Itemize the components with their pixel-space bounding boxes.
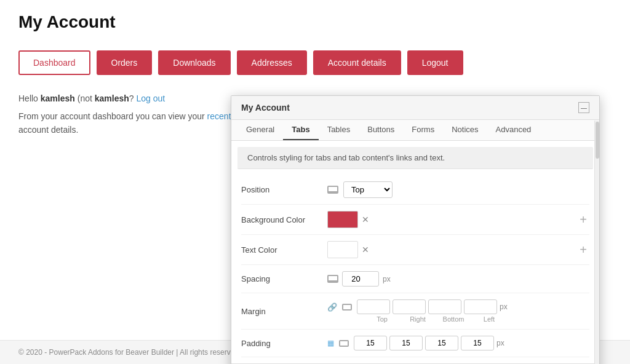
desktop-icon-spacing xyxy=(327,275,338,283)
margin-left-label: Left xyxy=(472,315,506,323)
margin-right-input[interactable] xyxy=(393,299,426,314)
scroll-thumb xyxy=(596,122,599,159)
spacing-unit: px xyxy=(383,275,391,283)
nav-tab-downloads[interactable]: Downloads xyxy=(158,50,230,75)
link-icon: 🔗 xyxy=(327,303,337,312)
padding-left-input[interactable] xyxy=(461,336,494,350)
sub-tab-notices[interactable]: Notices xyxy=(443,120,487,140)
clear-background-color-button[interactable]: ✕ xyxy=(361,213,370,226)
modal-title: My Account xyxy=(241,103,290,113)
margin-inputs-row: 🔗 px xyxy=(327,299,508,314)
modal-scrollbar[interactable] xyxy=(594,121,599,364)
settings-modal: My Account ― General Tabs Tables Buttons… xyxy=(231,95,600,364)
padding-right-input[interactable] xyxy=(389,336,423,350)
padding-control: ▦ px xyxy=(327,336,589,350)
text-color-swatch-wrap: ✕ xyxy=(327,241,370,258)
position-select[interactable]: Top Bottom Left Right xyxy=(343,181,393,198)
sub-tab-tabs[interactable]: Tabs xyxy=(283,120,318,140)
padding-field-row: Padding ▦ px xyxy=(241,330,589,357)
sub-tab-advanced[interactable]: Advanced xyxy=(487,120,540,140)
position-field-row: Position Top Bottom Left Right xyxy=(241,175,589,205)
nav-tab-account-details[interactable]: Account details xyxy=(313,50,401,75)
sub-tab-buttons[interactable]: Buttons xyxy=(359,120,403,140)
page-wrapper: My Account Dashboard Orders Downloads Ad… xyxy=(0,0,630,364)
margin-control: 🔗 px Top Right xyxy=(327,299,589,323)
spacing-input[interactable] xyxy=(342,271,379,287)
background-color-swatch[interactable] xyxy=(327,211,358,228)
padding-inputs-wrap: ▦ px xyxy=(327,336,504,350)
position-control: Top Bottom Left Right xyxy=(327,181,589,198)
text-color-swatch[interactable] xyxy=(327,241,358,258)
margin-inputs-wrap: 🔗 px Top Right xyxy=(327,299,508,323)
margin-left-input[interactable] xyxy=(464,299,497,314)
margin-bottom-input[interactable] xyxy=(428,299,461,314)
page-title: My Account xyxy=(18,12,612,32)
padding-bottom-input[interactable] xyxy=(425,336,458,350)
margin-field-row: Margin 🔗 px xyxy=(241,293,589,330)
padding-link-icon: ▦ xyxy=(327,339,334,347)
nav-tabs-row: Dashboard Orders Downloads Addresses Acc… xyxy=(18,50,612,75)
margin-label: Margin xyxy=(241,307,327,316)
padding-unit: px xyxy=(496,339,504,347)
spacing-label: Spacing xyxy=(241,274,327,283)
nav-tab-logout[interactable]: Logout xyxy=(407,50,463,75)
padding-label: Padding xyxy=(241,339,327,348)
padding-inputs-row: ▦ px xyxy=(327,336,504,350)
margin-top-label: Top xyxy=(365,315,399,323)
sub-tab-forms[interactable]: Forms xyxy=(403,120,443,140)
add-background-color-button[interactable]: + xyxy=(577,213,589,227)
clear-text-color-button[interactable]: ✕ xyxy=(361,243,370,256)
padding-top-input[interactable] xyxy=(354,336,387,350)
background-color-field-row: Background Color ✕ + xyxy=(241,205,589,235)
sub-tabs-row: General Tabs Tables Buttons Forms Notice… xyxy=(231,120,599,141)
panel-content: Controls styling for tabs and tab conten… xyxy=(231,147,599,363)
logout-link[interactable]: Log out xyxy=(136,93,165,103)
background-color-label: Background Color xyxy=(241,215,327,224)
sub-tab-general[interactable]: General xyxy=(237,120,283,140)
not-username-bold: kamlesh xyxy=(95,93,129,103)
nav-tab-orders[interactable]: Orders xyxy=(97,50,153,75)
add-text-color-button[interactable]: + xyxy=(577,243,589,257)
recent-link[interactable]: recent xyxy=(207,111,231,121)
desktop-icon-padding xyxy=(339,340,349,347)
nav-tab-dashboard[interactable]: Dashboard xyxy=(18,50,90,75)
footer-text: © 2020 - PowerPack Addons for Beaver Bui… xyxy=(18,348,239,357)
nav-tab-addresses[interactable]: Addresses xyxy=(237,50,307,75)
margin-bottom-label: Bottom xyxy=(437,315,470,323)
margin-box-labels: Top Right Bottom Left xyxy=(340,315,508,323)
sub-tab-tables[interactable]: Tables xyxy=(319,120,359,140)
position-label: Position xyxy=(241,185,327,194)
username-bold: kamlesh xyxy=(41,93,75,103)
panel-info-bar: Controls styling for tabs and tab conten… xyxy=(237,147,593,169)
margin-right-label: Right xyxy=(401,315,434,323)
spacing-field-row: Spacing px xyxy=(241,265,589,293)
text-color-control: ✕ + xyxy=(327,241,589,258)
modal-header: My Account ― xyxy=(231,96,599,120)
spacing-control: px xyxy=(327,271,589,287)
desktop-icon xyxy=(327,186,338,194)
background-color-control: ✕ + xyxy=(327,211,589,228)
desc-after: account details. xyxy=(18,125,78,135)
modal-collapse-button[interactable]: ― xyxy=(578,102,589,113)
desktop-icon-margin xyxy=(342,304,352,311)
text-color-label: Text Color xyxy=(241,245,327,255)
margin-unit: px xyxy=(500,303,508,311)
field-rows: Position Top Bottom Left Right xyxy=(231,169,599,363)
text-color-field-row: Text Color ✕ + xyxy=(241,235,589,265)
color-swatch-wrap: ✕ xyxy=(327,211,370,228)
margin-top-input[interactable] xyxy=(357,299,390,314)
